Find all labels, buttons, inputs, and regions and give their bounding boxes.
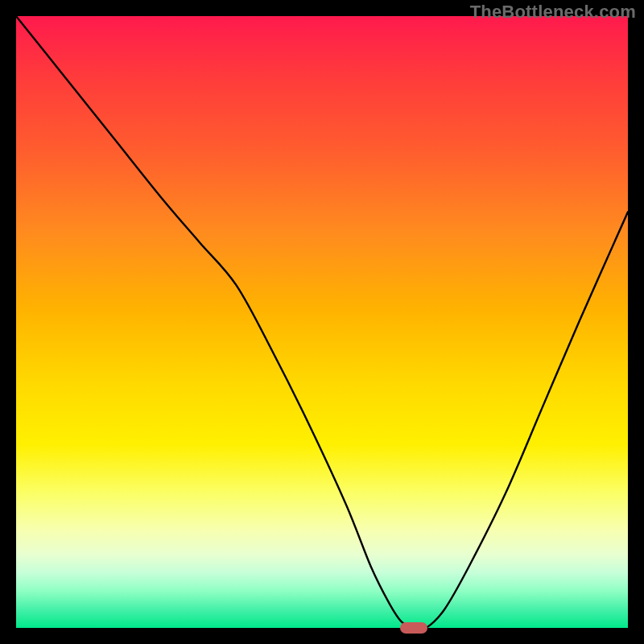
plot-area — [16, 16, 628, 628]
watermark-text: TheBottleneck.com — [470, 2, 636, 23]
bottleneck-curve — [16, 16, 628, 628]
optimal-marker — [400, 622, 427, 634]
chart-frame: TheBottleneck.com — [0, 0, 644, 644]
